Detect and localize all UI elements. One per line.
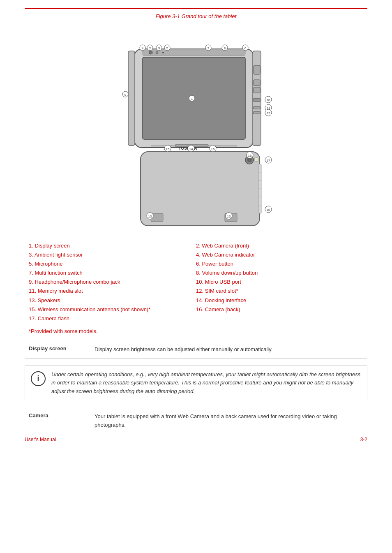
part-6: 6. Power button <box>196 259 363 268</box>
footer-left: User's Manual <box>25 437 56 442</box>
top-line <box>25 8 367 9</box>
svg-text:15: 15 <box>211 147 215 151</box>
part-1: 1. Display screen <box>29 241 196 250</box>
svg-point-4 <box>149 51 152 54</box>
camera-label: Camera <box>25 408 90 434</box>
svg-text:7: 7 <box>208 46 210 50</box>
svg-text:1: 1 <box>191 97 193 101</box>
part-8: 8. Volume down/up button <box>196 268 363 278</box>
svg-text:17: 17 <box>267 159 270 162</box>
part-9: 9. Headphone/Microphone combo jack <box>29 278 196 287</box>
info-box-text: Under certain operating conditions, e.g.… <box>51 370 361 396</box>
svg-rect-16 <box>128 51 135 146</box>
part-2: 2. Web Camera (front) <box>196 241 363 250</box>
part-5: 5. Microphone <box>29 259 196 268</box>
part-10: 10. Micro USB port <box>196 278 363 287</box>
svg-text:16: 16 <box>248 154 252 157</box>
parts-col-right: 2. Web Camera (front) 4. Web Camera indi… <box>196 241 363 323</box>
camera-row: Camera Your tablet is equipped with a fr… <box>25 408 367 434</box>
svg-text:8: 8 <box>224 46 226 50</box>
part-11: 11. Memory media slot <box>29 287 196 296</box>
diagram-container: TOSHIBA <box>25 24 367 234</box>
svg-text:3: 3 <box>158 46 160 50</box>
camera-desc: Your tablet is equipped with a front Web… <box>90 408 367 434</box>
svg-rect-10 <box>254 65 260 74</box>
part-17: 17. Camera flash <box>29 314 196 323</box>
parts-list: 1. Display screen 3. Ambient light senso… <box>25 241 367 323</box>
display-screen-label: Display screen <box>25 341 90 358</box>
svg-rect-12 <box>254 87 260 93</box>
svg-text:12: 12 <box>267 111 270 115</box>
svg-text:4: 4 <box>142 46 144 50</box>
svg-text:13: 13 <box>148 215 152 218</box>
part-15: 15. Wireless communication antennas (not… <box>29 305 196 314</box>
page-footer: User's Manual 3-2 <box>25 434 367 442</box>
display-screen-desc: Display screen brightness can be adjuste… <box>90 341 367 358</box>
svg-rect-13 <box>254 98 260 102</box>
svg-rect-14 <box>254 106 260 109</box>
figure-title: Figure 3-1 Grand tour of the tablet <box>25 13 367 19</box>
part-7: 7. Multi function switch <box>29 268 196 278</box>
svg-text:5: 5 <box>166 46 168 50</box>
part-16: 16. Camera (back) <box>196 305 363 314</box>
svg-point-6 <box>162 52 164 53</box>
svg-text:14: 14 <box>189 147 193 151</box>
page: Figure 3-1 Grand tour of the tablet TOSH… <box>0 0 392 451</box>
part-4: 4. Web Camera indicator <box>196 250 363 259</box>
svg-text:2: 2 <box>149 46 151 50</box>
svg-rect-20 <box>255 158 258 161</box>
svg-text:18: 18 <box>267 208 270 212</box>
tablet-diagram-svg: TOSHIBA <box>97 24 295 234</box>
part-13: 13. Speakers <box>29 296 196 305</box>
svg-text:10: 10 <box>267 98 270 102</box>
svg-text:15: 15 <box>166 147 170 151</box>
camera-section-table: Camera Your tablet is equipped with a fr… <box>25 408 367 434</box>
info-icon: i <box>31 371 46 386</box>
display-screen-row: Display screen Display screen brightness… <box>25 341 367 358</box>
svg-text:9: 9 <box>125 93 127 97</box>
info-box: i Under certain operating conditions, e.… <box>25 365 367 401</box>
part-3: 3. Ambient light sensor <box>29 250 196 259</box>
svg-text:13: 13 <box>227 215 231 218</box>
svg-text:6: 6 <box>244 46 247 50</box>
svg-rect-11 <box>254 80 260 86</box>
part-14: 14. Docking interface <box>196 296 363 305</box>
parts-col-left: 1. Display screen 3. Ambient light senso… <box>29 241 196 323</box>
note-provided: *Provided with some models. <box>25 328 367 334</box>
footer-right: 3-2 <box>360 437 367 442</box>
svg-rect-15 <box>254 111 260 114</box>
sections-table: Display screen Display screen brightness… <box>25 341 367 359</box>
svg-point-5 <box>156 51 158 54</box>
part-12: 12. SIM card slot* <box>196 287 363 296</box>
